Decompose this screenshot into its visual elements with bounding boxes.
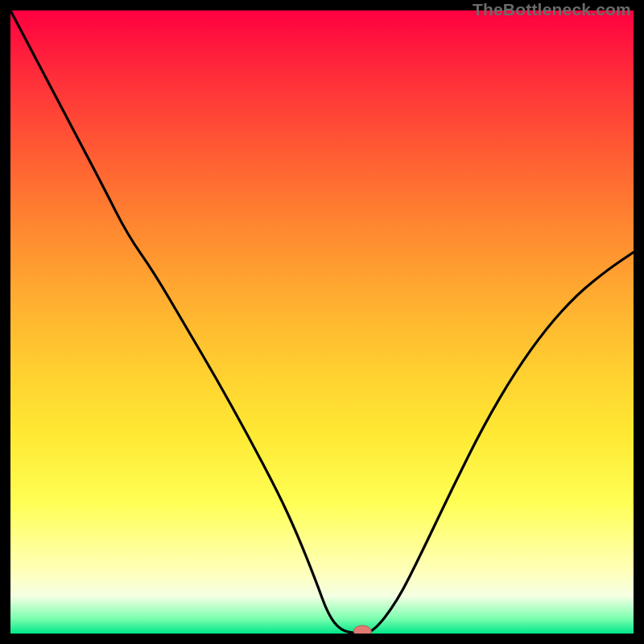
plot-area: [10, 10, 634, 634]
watermark-text: TheBottleneck.com: [473, 0, 631, 19]
chart-frame: TheBottleneck.com: [0, 0, 644, 644]
curve-canvas: [10, 10, 634, 634]
